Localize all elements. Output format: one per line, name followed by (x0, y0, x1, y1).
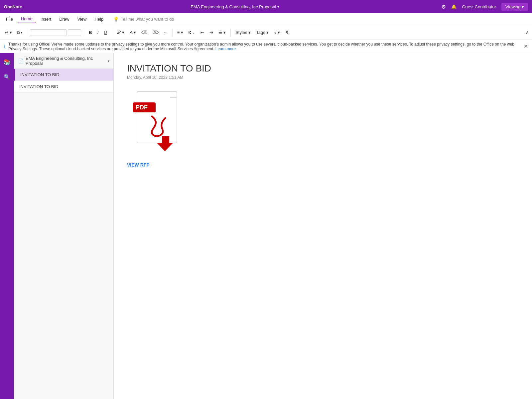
toolbar-sep-2 (84, 29, 84, 37)
toolbar-undo-group: ↩ ▾ ⧉ ▾ (3, 29, 24, 37)
toolbar-sep-3 (112, 29, 112, 37)
info-icon: ℹ (4, 44, 6, 49)
bullets-button[interactable]: ≡ ▾ (175, 29, 185, 36)
undo-button[interactable]: ↩ ▾ (3, 29, 14, 36)
indent-more-button[interactable]: ⇥ (207, 29, 215, 36)
numbering-button[interactable]: ⑆ ▾ (187, 29, 197, 36)
notebooks-icon[interactable]: 📚 (1, 57, 13, 68)
collapse-ribbon-button[interactable]: ∧ (525, 29, 529, 36)
mic-button[interactable]: 🎙 (283, 29, 292, 36)
menu-home[interactable]: Home (18, 15, 36, 23)
app-logo: OneNote (4, 4, 22, 9)
title-bar-center: EMA Engineering & Consulting, Inc Propos… (29, 4, 441, 9)
left-sidebar: 📚 🔍 (0, 53, 14, 399)
svg-text:PDF: PDF (136, 104, 148, 111)
page-tab-1[interactable]: INVITATION TO BID (14, 69, 113, 81)
highlight-button[interactable]: 🖊 ▾ (115, 29, 127, 36)
page-timestamp: Monday, April 10, 2023 1:51 AM (127, 75, 519, 80)
menu-file[interactable]: File (3, 15, 16, 23)
eraser-button[interactable]: ⌫ (139, 29, 149, 36)
menu-help[interactable]: Help (91, 15, 107, 23)
toolbar: ↩ ▾ ⧉ ▾ B I U 🖊 ▾ A ▾ ⌫ ⌦ ··· ≡ ▾ ⑆ ▾ ⇤ … (0, 25, 532, 40)
title-chevron-icon[interactable]: ▾ (277, 5, 279, 9)
user-label: Guest Contributor (462, 4, 496, 9)
bell-icon[interactable]: 🔔 (451, 4, 457, 9)
page-tab-2[interactable]: INVITATION TO BID (14, 81, 113, 93)
menu-view[interactable]: View (74, 15, 90, 23)
toolbar-sep-5 (230, 29, 231, 37)
tags-button[interactable]: Tags ▾ (254, 29, 271, 36)
view-rfp-link[interactable]: VIEW RFP (127, 162, 519, 168)
toolbar-right: ∧ (525, 29, 529, 36)
menu-draw[interactable]: Draw (56, 15, 72, 23)
bold-button[interactable]: B (87, 29, 94, 36)
indent-less-button[interactable]: ⇤ (199, 29, 206, 36)
toolbar-sep-4 (172, 29, 173, 37)
page-tabs: INVITATION TO BID INVITATION TO BID (14, 69, 113, 93)
sidebar-search-icon[interactable]: 🔍 (2, 72, 12, 82)
pages-panel: 📄 EMA Engineering & Consulting, Inc Prop… (14, 53, 114, 399)
learn-more-link[interactable]: Learn more (215, 47, 236, 51)
menu-insert[interactable]: Insert (37, 15, 55, 23)
notebook-chevron-icon[interactable]: ▾ (108, 59, 109, 63)
clear-format-button[interactable]: ⌦ (151, 29, 161, 36)
content-area: INVITATION TO BID Monday, April 10, 2023… (114, 53, 532, 399)
align-button[interactable]: ☰ ▾ (216, 29, 228, 36)
font-color-button[interactable]: A ▾ (128, 29, 138, 36)
viewing-button[interactable]: Viewing ▾ (501, 3, 528, 11)
window-title: EMA Engineering & Consulting, Inc Propos… (191, 4, 276, 9)
more-button[interactable]: ··· (162, 29, 170, 36)
privacy-bar: ℹ Thanks for using Office! We've made so… (0, 40, 532, 53)
notebook-doc-icon: 📄 (18, 58, 24, 64)
notebook-header[interactable]: 📄 EMA Engineering & Consulting, Inc Prop… (14, 53, 113, 69)
svg-rect-5 (162, 136, 169, 143)
menu-search-label[interactable]: Tell me what you want to do (121, 17, 174, 22)
notebook-title: EMA Engineering & Consulting, Inc Propos… (26, 56, 106, 66)
menu-bar: File Home Insert Draw View Help 💡 Tell m… (0, 13, 532, 25)
math-button[interactable]: √ ▾ (272, 29, 282, 36)
menu-search-area: 💡 Tell me what you want to do (113, 17, 174, 22)
svg-rect-0 (137, 91, 177, 143)
page-tab-label-1: INVITATION TO BID (20, 72, 60, 77)
toolbar-sep-1 (27, 29, 27, 37)
underline-button[interactable]: U (102, 29, 109, 36)
privacy-message: Thanks for using Office! We've made some… (8, 42, 524, 51)
settings-icon[interactable]: ⚙ (441, 4, 446, 10)
title-bar: OneNote EMA Engineering & Consulting, In… (0, 0, 532, 13)
title-bar-right: ⚙ 🔔 Guest Contributor Viewing ▾ (441, 3, 528, 11)
clipboard-button[interactable]: ⧉ ▾ (15, 29, 25, 37)
font-selector[interactable] (30, 29, 66, 36)
svg-marker-6 (157, 143, 173, 151)
styles-button[interactable]: Styles ▾ (233, 29, 253, 36)
page-title: INVITATION TO BID (127, 63, 519, 74)
font-size-selector[interactable] (68, 29, 81, 36)
lightbulb-icon: 💡 (113, 17, 119, 22)
page-tab-label-2: INVITATION TO BID (19, 84, 59, 89)
italic-button[interactable]: I (95, 29, 101, 36)
close-privacy-bar-button[interactable]: ✕ (524, 43, 528, 50)
pdf-icon-svg: PDF (127, 90, 187, 156)
pdf-attachment[interactable]: PDF (127, 90, 187, 160)
main-layout: 📚 🔍 📄 EMA Engineering & Consulting, Inc … (0, 53, 532, 399)
